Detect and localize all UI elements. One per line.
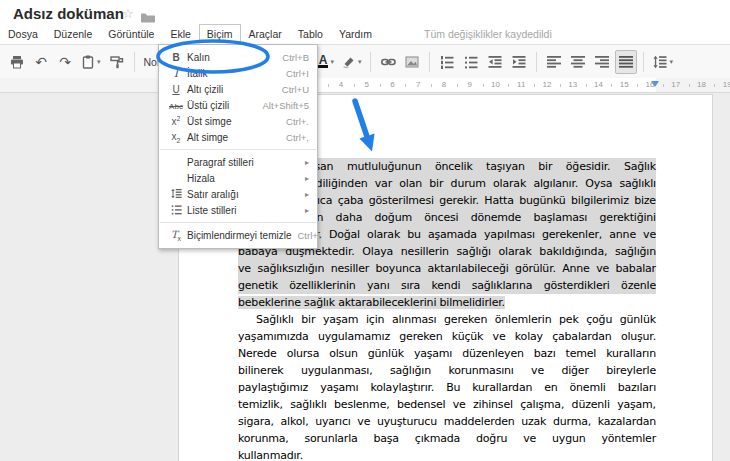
menu-item-label: Üstü çizili bbox=[187, 100, 257, 111]
text-line: Neredeolursaolsungünlükyaşamıdüzenleyenb… bbox=[238, 345, 656, 362]
format-painter-button[interactable] bbox=[106, 50, 128, 74]
align-center-icon bbox=[571, 55, 585, 69]
ruler-tick bbox=[586, 84, 587, 87]
ruler-tick bbox=[637, 84, 638, 87]
ruler-number: 7 bbox=[416, 80, 420, 89]
bold-icon: B bbox=[165, 52, 187, 63]
highlight-color-button[interactable]: ▾ bbox=[339, 50, 365, 74]
menu-item-altı-çizili[interactable]: UAltı çiziliCtrl+U bbox=[159, 81, 317, 97]
ruler-number: 17 bbox=[671, 80, 680, 89]
image-icon bbox=[405, 55, 419, 69]
menu-item-üstü-çizili[interactable]: AbcÜstü çiziliAlt+Shift+5 bbox=[159, 97, 317, 113]
justify-icon bbox=[619, 55, 633, 69]
submenu-arrow-icon: ▸ bbox=[305, 190, 309, 199]
toolbar-separator bbox=[536, 52, 537, 72]
numbered-list-button[interactable] bbox=[436, 50, 458, 74]
clear-formatting-icon: Tx bbox=[165, 229, 187, 242]
ruler-tick bbox=[508, 84, 509, 87]
ruler-tick bbox=[380, 84, 381, 87]
ruler-number: 14 bbox=[594, 80, 603, 89]
paste-button[interactable]: ▾ bbox=[78, 50, 104, 74]
toolbar: ↶ ↷ ▾ Normal m... A▾ ▾ bbox=[0, 44, 730, 79]
highlight-icon bbox=[342, 55, 356, 69]
menu-item-liste-stilleri[interactable]: Liste stilleri▸ bbox=[159, 202, 317, 218]
align-right-button[interactable] bbox=[591, 50, 613, 74]
text-line: bebeklerine sağlık aktarabileceklerini b… bbox=[238, 294, 656, 311]
ruler-tick bbox=[328, 84, 329, 87]
ruler-tick bbox=[534, 84, 535, 87]
text-line: kullanmadır. bbox=[238, 447, 656, 461]
document-title[interactable]: Adsız doküman bbox=[13, 5, 124, 22]
save-status: Tüm değişiklikler kaydedildi bbox=[424, 28, 552, 40]
bulleted-list-icon bbox=[464, 55, 478, 69]
subscript-icon: x2 bbox=[165, 131, 187, 144]
menu-item-shortcut: Alt+Shift+5 bbox=[263, 100, 309, 111]
menu-item-label: Alt simge bbox=[187, 132, 280, 143]
menubar-item-düzenle[interactable]: Düzenle bbox=[46, 24, 101, 44]
document-area: Sağlık,insanmutluluğununönceliktaşıyanbi… bbox=[0, 93, 730, 461]
decrease-indent-icon bbox=[488, 55, 502, 69]
menubar-item-tablo[interactable]: Tablo bbox=[290, 24, 331, 44]
ruler-number: 5 bbox=[365, 80, 369, 89]
redo-button[interactable]: ↷ bbox=[54, 50, 76, 74]
ruler-tick bbox=[483, 84, 484, 87]
menubar-item-yardım[interactable]: Yardım bbox=[331, 24, 380, 44]
strikethrough-icon: Abc bbox=[165, 100, 187, 111]
align-left-icon bbox=[547, 55, 561, 69]
text-line: korunma,sorunlarlabaşaçıkmadadoğruveuygu… bbox=[238, 430, 656, 447]
insert-link-button[interactable] bbox=[377, 50, 399, 74]
align-center-button[interactable] bbox=[567, 50, 589, 74]
menubar-item-biçim[interactable]: Biçim bbox=[199, 24, 241, 44]
menubar-item-görüntüle[interactable]: Görüntüle bbox=[100, 24, 162, 44]
menubar-item-dosya[interactable]: Dosya bbox=[0, 24, 46, 44]
increase-indent-icon bbox=[512, 55, 526, 69]
menu-item-label: Hizala bbox=[187, 173, 299, 184]
bulleted-list-button[interactable] bbox=[460, 50, 482, 74]
ruler-number: 16 bbox=[646, 80, 655, 89]
text-line: sigara,alkol,uyarıcıveuyuşturucumaddeler… bbox=[238, 413, 656, 430]
text-color-button[interactable]: A▾ bbox=[315, 50, 337, 74]
justify-button[interactable] bbox=[615, 50, 637, 74]
align-left-button[interactable] bbox=[543, 50, 565, 74]
link-icon bbox=[381, 55, 396, 69]
ruler-tick bbox=[689, 84, 690, 87]
menu-item-label: Kalın bbox=[187, 52, 276, 63]
menu-item-alt-simge[interactable]: x2Alt simgeCtrl+, bbox=[159, 129, 317, 145]
increase-indent-button[interactable] bbox=[508, 50, 530, 74]
ruler-number: 12 bbox=[543, 80, 552, 89]
menu-item-hizala[interactable]: Hizala▸ bbox=[159, 170, 317, 186]
toolbar-separator bbox=[370, 52, 371, 72]
insert-image-button[interactable] bbox=[401, 50, 423, 74]
text-line: yaşamımızdauygulamamızgerekenküçükvekola… bbox=[238, 328, 656, 345]
ruler-number: 15 bbox=[620, 80, 629, 89]
menu-separator bbox=[160, 222, 316, 223]
undo-button[interactable]: ↶ bbox=[30, 50, 52, 74]
line-spacing-icon bbox=[653, 55, 667, 69]
menu-item-paragraf-stilleri[interactable]: Paragraf stilleri▸ bbox=[159, 154, 317, 170]
toolbar-separator bbox=[134, 52, 135, 72]
decrease-indent-button[interactable] bbox=[484, 50, 506, 74]
ruler-tick bbox=[714, 84, 715, 87]
ruler-tick bbox=[457, 84, 458, 87]
line-spacing-button[interactable]: ▾ bbox=[650, 50, 676, 74]
menu-item-i̇talik[interactable]: IİtalikCtrl+I bbox=[159, 65, 317, 81]
ruler-number: 9 bbox=[468, 80, 472, 89]
menubar-item-araçlar[interactable]: Araçlar bbox=[241, 24, 290, 44]
text-line: temizlik,sağlıklıbeslenme,bedenselvezihi… bbox=[238, 396, 656, 413]
menu-item-label: Altı çizili bbox=[187, 84, 276, 95]
star-icon[interactable]: ☆ bbox=[122, 6, 134, 21]
print-button[interactable] bbox=[6, 50, 28, 74]
ruler-number: 19 bbox=[723, 80, 730, 89]
menu-item-shortcut: Ctrl+\ bbox=[297, 230, 320, 241]
titlebar: Adsız doküman ☆ bbox=[0, 0, 730, 24]
ruler-number: 4 bbox=[339, 80, 343, 89]
menu-item-kalın[interactable]: BKalınCtrl+B bbox=[159, 49, 317, 65]
menu-item-shortcut: Ctrl+. bbox=[286, 116, 309, 127]
ruler-tick bbox=[431, 84, 432, 87]
menu-item-satır-aralığı[interactable]: Satır aralığı▸ bbox=[159, 186, 317, 202]
menu-item-label: Liste stilleri bbox=[187, 205, 299, 216]
menubar-item-ekle[interactable]: Ekle bbox=[162, 24, 198, 44]
menu-item-biçimlendirmeyi-temizle[interactable]: TxBiçimlendirmeyi temizleCtrl+\ bbox=[159, 227, 317, 243]
text-line: genetiközelliklerininyanısırakendisağlık… bbox=[238, 277, 656, 294]
menu-item-üst-simge[interactable]: x2Üst simgeCtrl+. bbox=[159, 113, 317, 129]
